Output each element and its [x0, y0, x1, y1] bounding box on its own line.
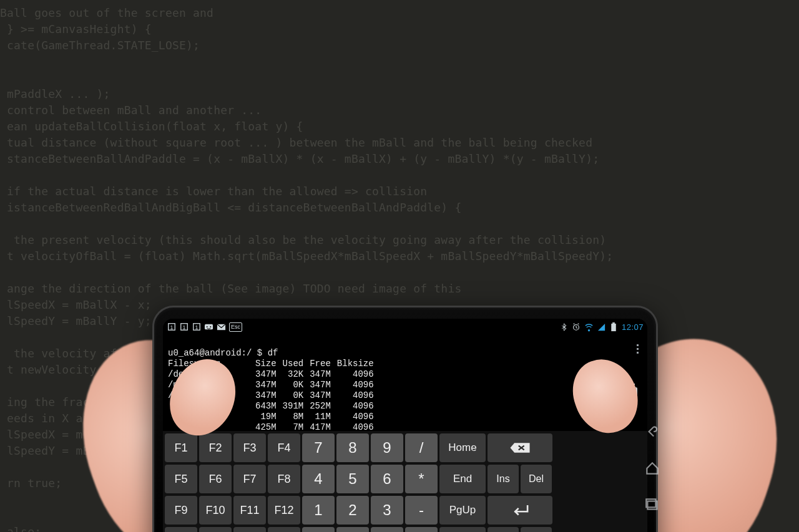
svg-point-8	[210, 326, 211, 327]
notif-icon-1: 1	[167, 322, 176, 332]
key-f7[interactable]: F7	[233, 465, 266, 493]
key-pgdn[interactable]: PgDn	[439, 527, 486, 532]
phone-screen: 1 1 1 Esc 12:07 u0_a64@android:/ $ df Fi…	[163, 319, 647, 532]
key-backspace[interactable]	[488, 433, 552, 462]
svg-point-7	[207, 326, 208, 327]
key-1[interactable]: 1	[302, 496, 335, 525]
key-enter[interactable]	[488, 496, 552, 525]
key-f2[interactable]: F2	[199, 433, 232, 462]
key-f8[interactable]: F8	[268, 465, 300, 493]
android-status-bar: 1 1 1 Esc 12:07	[163, 319, 647, 335]
notif-icon-3: 1	[192, 322, 201, 332]
key-numlock[interactable]: NumL	[268, 527, 300, 532]
key-blank-3[interactable]	[371, 527, 403, 532]
notif-icon-2: 1	[179, 322, 189, 332]
key-4[interactable]: 4	[302, 465, 335, 493]
key-end[interactable]: End	[439, 465, 486, 493]
svg-rect-11	[612, 323, 617, 331]
key-f3[interactable]: F3	[233, 433, 266, 462]
esc-key-icon: Esc	[229, 322, 242, 332]
key-arrow-up[interactable]	[488, 527, 519, 532]
key-break[interactable]: Brk	[233, 527, 266, 532]
key-2[interactable]: 2	[336, 496, 369, 525]
terminal-prompt: u0_a64@android:/ $ df	[168, 348, 278, 358]
key-f4[interactable]: F4	[268, 433, 300, 462]
wifi-icon	[584, 322, 594, 332]
key-f10[interactable]: F10	[199, 496, 232, 525]
key-f9[interactable]: F9	[165, 496, 197, 525]
key-scrlock[interactable]: ScrL	[199, 527, 232, 532]
hackers-keyboard: F1 F2 F3 F4 7 8 9 / Home F5 F6 F7 F8 4 5	[163, 431, 647, 532]
key-shift[interactable]	[521, 527, 552, 532]
enter-icon	[508, 503, 532, 517]
nav-recents-button[interactable]	[644, 496, 660, 513]
messaging-icon	[204, 322, 213, 332]
key-pgup[interactable]: PgUp	[439, 496, 486, 525]
key-3[interactable]: 3	[371, 496, 403, 525]
key-blank-2[interactable]	[336, 527, 369, 532]
key-f1[interactable]: F1	[165, 433, 197, 462]
key-blank-1[interactable]	[302, 527, 335, 532]
alarm-icon	[572, 322, 581, 332]
key-f6[interactable]: F6	[199, 465, 232, 493]
key-6[interactable]: 6	[371, 465, 403, 493]
key-home[interactable]: Home	[439, 433, 486, 462]
key-sysrq[interactable]: SyRq	[165, 527, 197, 532]
key-f11[interactable]: F11	[233, 496, 266, 525]
key-f12[interactable]: F12	[268, 496, 300, 525]
battery-icon	[609, 322, 619, 332]
svg-rect-12	[613, 322, 615, 324]
key-7[interactable]: 7	[302, 433, 335, 462]
backspace-icon	[509, 442, 531, 454]
gmail-icon	[217, 322, 226, 332]
key-9[interactable]: 9	[371, 433, 403, 462]
key-insert[interactable]: Ins	[488, 465, 519, 493]
svg-text:1: 1	[195, 324, 198, 331]
key-delete[interactable]: Del	[521, 465, 552, 493]
key-f5[interactable]: F5	[165, 465, 197, 493]
clock: 12:07	[622, 322, 644, 332]
key-blank-op[interactable]	[405, 527, 438, 532]
signal-icon	[597, 322, 606, 332]
svg-text:1: 1	[182, 324, 185, 331]
key-minus[interactable]: -	[405, 496, 438, 525]
nav-back-button[interactable]	[644, 423, 660, 440]
key-5[interactable]: 5	[336, 465, 369, 493]
svg-text:1: 1	[170, 324, 173, 331]
key-multiply[interactable]: *	[405, 465, 438, 493]
key-8[interactable]: 8	[336, 433, 369, 462]
android-nav-bar	[640, 414, 665, 532]
bluetooth-icon	[559, 322, 569, 332]
nav-home-button[interactable]	[644, 460, 660, 476]
key-divide[interactable]: /	[405, 433, 438, 462]
